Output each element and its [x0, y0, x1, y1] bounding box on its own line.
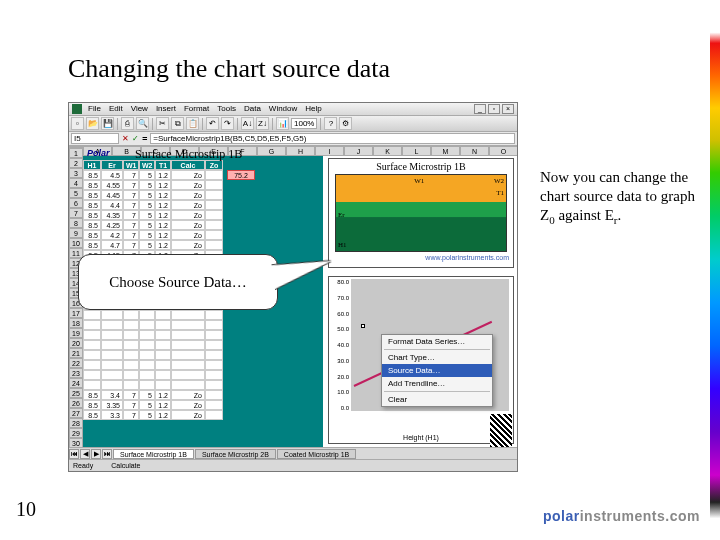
menu-format[interactable]: Format — [180, 104, 213, 114]
row-header[interactable]: 4 — [69, 178, 83, 188]
name-box[interactable]: I5 — [71, 133, 119, 144]
col-header[interactable]: K — [373, 146, 402, 156]
row-header[interactable]: 19 — [69, 328, 83, 338]
cross-section-chart[interactable]: Surface Microstrip 1B W2 T1 Er H1 W1 www… — [328, 158, 514, 268]
col-header[interactable]: N — [460, 146, 489, 156]
footer-logo-part2: instruments.com — [580, 508, 700, 524]
col-header[interactable]: G — [257, 146, 286, 156]
label-t1: T1 — [496, 189, 504, 197]
menu-help[interactable]: Help — [301, 104, 325, 114]
row-header[interactable]: 1 — [69, 148, 83, 158]
save-icon[interactable]: 💾 — [101, 117, 114, 130]
copy-icon[interactable]: ⧉ — [171, 117, 184, 130]
undo-icon[interactable]: ↶ — [206, 117, 219, 130]
cut-icon[interactable]: ✂ — [156, 117, 169, 130]
footer-logo-part1: polar — [543, 508, 580, 524]
row-header[interactable]: 17 — [69, 308, 83, 318]
col-header[interactable]: J — [344, 146, 373, 156]
context-menu-item[interactable]: Source Data… — [382, 364, 492, 377]
status-bar: Ready Calculate — [69, 459, 517, 471]
cross-section-body: W2 T1 Er H1 W1 — [335, 174, 507, 252]
formula-bar[interactable]: =SurfaceMicrostrip1B(B5,C5,D5,E5,F5,G5) — [150, 133, 515, 144]
label-w2: W2 — [494, 177, 504, 185]
selection-handle[interactable] — [361, 324, 365, 328]
row-header[interactable]: 21 — [69, 348, 83, 358]
cross-section-title: Surface Microstrip 1B — [329, 159, 513, 172]
side-annotation: Now you can change the chart source data… — [540, 168, 710, 227]
row-header[interactable]: 25 — [69, 388, 83, 398]
status-left: Ready — [73, 462, 93, 469]
row-header[interactable]: 18 — [69, 318, 83, 328]
polar-logo: Polar — [87, 148, 110, 158]
context-menu[interactable]: Format Data Series…Chart Type…Source Dat… — [381, 334, 493, 407]
minimize-button[interactable]: _ — [474, 104, 486, 114]
col-header[interactable]: L — [402, 146, 431, 156]
sort-desc-icon[interactable]: Z↓ — [256, 117, 269, 130]
row-header[interactable]: 5 — [69, 188, 83, 198]
menu-window[interactable]: Window — [265, 104, 301, 114]
menu-data[interactable]: Data — [240, 104, 265, 114]
context-menu-item[interactable]: Format Data Series… — [382, 335, 492, 348]
sort-asc-icon[interactable]: A↓ — [241, 117, 254, 130]
menu-view[interactable]: View — [127, 104, 152, 114]
col-header[interactable]: I — [315, 146, 344, 156]
zoom-combo[interactable]: 100% — [291, 118, 317, 129]
row-header[interactable]: 2 — [69, 158, 83, 168]
z0-highlight: 75.2 — [227, 170, 255, 180]
preview-icon[interactable]: 🔍 — [136, 117, 149, 130]
fx-icon[interactable]: = — [142, 134, 147, 144]
paste-icon[interactable]: 📋 — [186, 117, 199, 130]
side-text-b: against E — [555, 207, 614, 223]
help-icon[interactable]: ? — [324, 117, 337, 130]
formula-bar-row: I5 ✕ ✓ = =SurfaceMicrostrip1B(B5,C5,D5,E… — [69, 132, 517, 146]
sheet-tab-3[interactable]: Coated Microstrip 1B — [277, 449, 356, 459]
row-header[interactable]: 7 — [69, 208, 83, 218]
callout-text: Choose Source Data… — [109, 274, 246, 291]
col-header[interactable]: O — [489, 146, 518, 156]
close-button[interactable]: × — [502, 104, 514, 114]
restore-button[interactable]: ▫ — [488, 104, 500, 114]
row-header[interactable]: 24 — [69, 378, 83, 388]
row-header[interactable]: 23 — [69, 368, 83, 378]
menu-file[interactable]: File — [84, 104, 105, 114]
menu-edit[interactable]: Edit — [105, 104, 127, 114]
chart-icon[interactable]: 📊 — [276, 117, 289, 130]
context-menu-item[interactable]: Clear — [382, 393, 492, 406]
context-menu-item[interactable]: Chart Type… — [382, 351, 492, 364]
row-header[interactable]: 27 — [69, 408, 83, 418]
slide-title: Changing the chart source data — [68, 54, 390, 84]
side-text-c: . — [618, 207, 622, 223]
menubar: File Edit View Insert Format Tools Data … — [69, 103, 517, 116]
sheet-tab-2[interactable]: Surface Microstrip 2B — [195, 449, 276, 459]
open-icon[interactable]: 📂 — [86, 117, 99, 130]
row-header[interactable]: 6 — [69, 198, 83, 208]
menu-tools[interactable]: Tools — [213, 104, 240, 114]
fx-enter-icon[interactable]: ✓ — [132, 134, 139, 143]
print-icon[interactable]: ⎙ — [121, 117, 134, 130]
row-header[interactable]: 10 — [69, 238, 83, 248]
row-header[interactable]: 29 — [69, 428, 83, 438]
tab-nav-next[interactable]: ▶ — [91, 449, 101, 459]
context-menu-item[interactable]: Add Trendline… — [382, 377, 492, 390]
new-icon[interactable]: ▫ — [71, 117, 84, 130]
row-header[interactable]: 26 — [69, 398, 83, 408]
tab-nav-prev[interactable]: ◀ — [80, 449, 90, 459]
callout-bubble: Choose Source Data… — [78, 254, 278, 310]
row-header[interactable]: 8 — [69, 218, 83, 228]
row-header[interactable]: 20 — [69, 338, 83, 348]
tab-nav-first[interactable]: ⏮ — [69, 449, 79, 459]
col-header[interactable]: M — [431, 146, 460, 156]
redo-icon[interactable]: ↷ — [221, 117, 234, 130]
sheet-tab-bar: ⏮ ◀ ▶ ⏭ Surface Microstrip 1B Surface Mi… — [69, 447, 517, 459]
row-header[interactable]: 22 — [69, 358, 83, 368]
row-header[interactable]: 9 — [69, 228, 83, 238]
col-header[interactable]: H — [286, 146, 315, 156]
tab-nav-last[interactable]: ⏭ — [102, 449, 112, 459]
row-header[interactable]: 28 — [69, 418, 83, 428]
app-icon — [72, 104, 82, 114]
sheet-tab-1[interactable]: Surface Microstrip 1B — [113, 449, 194, 459]
menu-insert[interactable]: Insert — [152, 104, 180, 114]
fx-cancel-icon[interactable]: ✕ — [122, 134, 129, 143]
row-header[interactable]: 3 — [69, 168, 83, 178]
tool-icon[interactable]: ⚙ — [339, 117, 352, 130]
